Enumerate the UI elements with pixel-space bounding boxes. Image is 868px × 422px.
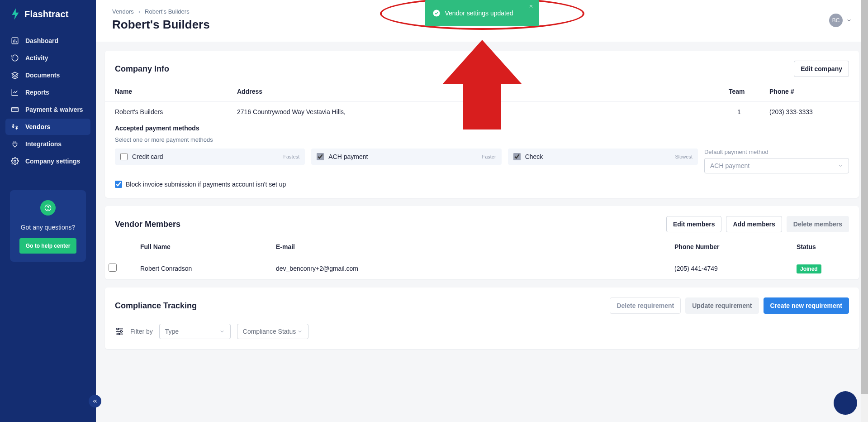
col-email: E-mail — [266, 237, 664, 257]
svg-point-7 — [433, 10, 440, 17]
breadcrumb-vendors[interactable]: Vendors — [112, 8, 134, 15]
company-name: Robert's Builders — [105, 102, 227, 122]
svg-point-4 — [14, 160, 16, 163]
activity-icon — [11, 54, 19, 62]
default-payment-select[interactable]: ACH payment — [704, 158, 849, 173]
member-row: Robert Conradson dev_benconry+2@gmail.co… — [105, 257, 859, 280]
chevron-right-icon: › — [138, 8, 140, 15]
brand[interactable]: Flashtract — [0, 8, 96, 33]
brand-lightning-icon — [11, 8, 20, 20]
help-question: Got any questions? — [17, 224, 79, 231]
check-circle-icon — [432, 9, 441, 17]
block-invoice-checkbox[interactable] — [115, 181, 122, 188]
integrations-icon — [11, 140, 19, 148]
members-table: Full Name E-mail Phone Number Status Rob… — [105, 237, 859, 279]
vendor-members-card: Vendor Members Edit members Add members … — [105, 206, 859, 279]
toast-message: Vendor settings updated — [445, 10, 513, 17]
ach-checkbox[interactable] — [317, 153, 324, 160]
filter-icon — [115, 328, 124, 335]
company-info-table: Name Address Team Phone # Robert's Build… — [105, 82, 859, 122]
ach-label: ACH payment — [328, 153, 368, 160]
delete-members-button[interactable]: Delete members — [787, 216, 849, 232]
svg-point-8 — [117, 328, 119, 330]
block-invoice-label: Block invoice submission if payments acc… — [126, 181, 286, 188]
intercom-launcher[interactable] — [834, 391, 857, 415]
settings-icon — [11, 157, 19, 165]
svg-point-3 — [16, 126, 17, 128]
main-content: Vendors › Robert's Builders Robert's Bui… — [96, 0, 868, 422]
col-team: Team — [719, 82, 759, 102]
type-select[interactable]: Type — [159, 324, 231, 339]
vendor-members-title: Vendor Members — [115, 220, 180, 229]
status-select-value: Compliance Status — [243, 328, 296, 335]
payment-methods-title: Accepted payment methods — [115, 125, 849, 132]
page-title: Robert's Builders — [112, 18, 210, 32]
nav-label: Integrations — [25, 140, 62, 148]
credit-card-label: Credit card — [132, 153, 163, 160]
toast-success: Vendor settings updated — [425, 0, 539, 26]
member-name: Robert Conradson — [130, 257, 266, 280]
payment-methods-hint: Select one or more payment methods — [115, 136, 849, 143]
nav-label: Dashboard — [25, 37, 58, 44]
user-menu[interactable]: BC — [829, 8, 852, 27]
compliance-status-select[interactable]: Compliance Status — [237, 324, 308, 339]
company-info-card: Company Info Edit company Name Address T… — [105, 51, 859, 198]
ach-tag: Faster — [482, 154, 496, 159]
chevron-down-icon — [219, 329, 225, 334]
scrollbar-thumb-vertical[interactable] — [861, 0, 868, 394]
member-checkbox[interactable] — [109, 264, 117, 272]
col-name: Name — [105, 82, 227, 102]
edit-company-button[interactable]: Edit company — [794, 61, 849, 77]
svg-rect-1 — [12, 108, 19, 112]
col-fullname: Full Name — [130, 237, 266, 257]
update-requirement-button[interactable]: Update requirement — [685, 297, 759, 314]
sidebar-item-reports[interactable]: Reports — [5, 84, 90, 101]
brand-name: Flashtract — [24, 9, 69, 19]
block-invoice-row[interactable]: Block invoice submission if payments acc… — [115, 181, 849, 188]
help-box: Got any questions? Go to help center — [10, 190, 86, 262]
col-phone-number: Phone Number — [664, 237, 787, 257]
help-badge-icon — [40, 200, 56, 216]
col-select — [105, 237, 130, 257]
sidebar-item-payment-waivers[interactable]: Payment & waivers — [5, 101, 90, 118]
vendors-icon — [11, 123, 19, 131]
payment-option-ach[interactable]: ACH payment Faster — [311, 149, 501, 165]
sidebar-item-integrations[interactable]: Integrations — [5, 136, 90, 152]
toast-close-button[interactable] — [527, 3, 535, 10]
sidebar-item-activity[interactable]: Activity — [5, 50, 90, 66]
company-address: 2716 Countrywood Way Vestavia Hills, — [227, 102, 719, 122]
avatar: BC — [829, 14, 843, 27]
svg-point-10 — [118, 333, 119, 335]
check-tag: Slowest — [675, 154, 693, 159]
compliance-title: Compliance Tracking — [115, 301, 197, 311]
type-select-value: Type — [165, 328, 179, 335]
create-requirement-button[interactable]: Create new requirement — [764, 297, 849, 314]
check-checkbox[interactable] — [513, 153, 521, 160]
default-payment-label: Default payment method — [704, 149, 849, 155]
col-address: Address — [227, 82, 719, 102]
payment-option-check[interactable]: Check Slowest — [508, 149, 698, 165]
sidebar-item-dashboard[interactable]: Dashboard — [5, 33, 90, 49]
nav-label: Payment & waivers — [25, 106, 83, 113]
delete-requirement-button[interactable]: Delete requirement — [610, 297, 681, 314]
member-phone: (205) 441-4749 — [664, 257, 787, 280]
scrollbar-vertical[interactable] — [861, 0, 868, 422]
close-icon — [528, 4, 534, 9]
svg-point-6 — [47, 209, 48, 210]
sidebar-item-vendors[interactable]: Vendors — [5, 119, 90, 135]
col-status: Status — [787, 237, 859, 257]
nav-label: Company settings — [25, 158, 80, 165]
sidebar-item-company-settings[interactable]: Company settings — [5, 153, 90, 169]
add-members-button[interactable]: Add members — [726, 216, 782, 232]
nav-list: Dashboard Activity Documents Reports Pay… — [0, 33, 96, 170]
company-team: 1 — [719, 102, 759, 122]
nav-label: Activity — [25, 54, 48, 62]
sidebar-item-documents[interactable]: Documents — [5, 67, 90, 83]
edit-members-button[interactable]: Edit members — [666, 216, 722, 232]
credit-card-checkbox[interactable] — [120, 153, 128, 160]
payment-option-credit-card[interactable]: Credit card Fastest — [115, 149, 305, 165]
check-label: Check — [525, 153, 543, 160]
breadcrumb-current: Robert's Builders — [145, 8, 190, 15]
svg-point-9 — [120, 331, 122, 332]
help-center-button[interactable]: Go to help center — [19, 238, 77, 254]
